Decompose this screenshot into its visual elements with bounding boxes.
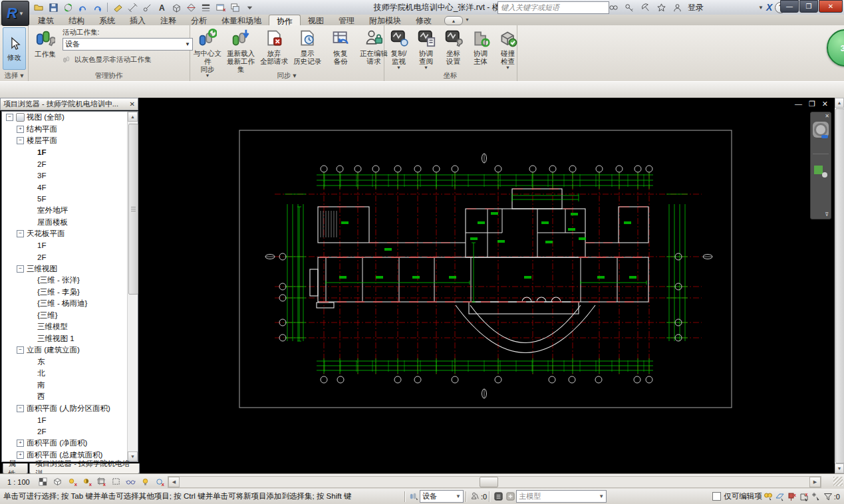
account-person-icon[interactable] xyxy=(670,1,684,13)
thin-lines-icon[interactable] xyxy=(199,1,212,13)
tree-item-{三维 - 李枭}[interactable]: {三维 - 李枭} xyxy=(2,287,138,299)
tree-item-结构平面[interactable]: +结构平面 xyxy=(2,124,138,136)
tree-item-东[interactable]: 东 xyxy=(2,356,138,368)
shadows-icon[interactable]: x xyxy=(80,475,94,488)
tab-体量和场地[interactable]: 体量和场地 xyxy=(214,15,269,25)
show-crop-region-icon[interactable] xyxy=(110,475,123,488)
relinquish-all-button[interactable]: 放弃 全部请求 xyxy=(257,27,291,72)
reload-latest-button[interactable]: 重新载入 最新工作集 xyxy=(224,27,257,72)
chevron-down-icon[interactable]: ▼ xyxy=(758,5,764,11)
communication-icon[interactable] xyxy=(638,1,652,13)
infocenter-search-input[interactable]: 键入关键字或短语 xyxy=(497,1,609,14)
tab-建筑[interactable]: 建筑 xyxy=(31,15,61,25)
expand-icon[interactable]: + xyxy=(17,126,24,133)
scrollbar-thumb[interactable] xyxy=(835,108,844,463)
close-icon[interactable]: ✕ xyxy=(130,100,135,108)
resize-grip[interactable] xyxy=(833,477,843,486)
restore-backup-button[interactable]: 恢复 备份 xyxy=(324,27,357,72)
scroll-up-icon[interactable]: ▲ xyxy=(128,112,138,122)
scrollbar-thumb[interactable] xyxy=(480,477,498,487)
crop-view-icon[interactable]: x xyxy=(95,475,108,488)
tree-item-北[interactable]: 北 xyxy=(2,368,138,380)
tree-item-天花板平面[interactable]: −天花板平面 xyxy=(2,228,138,240)
exchange-apps-icon[interactable]: X xyxy=(766,2,772,13)
release-worksets-icon[interactable]: x xyxy=(786,491,798,502)
aligned-dimension-icon[interactable] xyxy=(126,1,139,13)
tree-item-5F[interactable]: 5F xyxy=(2,193,138,205)
chevron-down-icon[interactable]: ⊽ xyxy=(825,211,829,217)
project-browser-title-bar[interactable]: 项目浏览器 - 技师学院机电培训中... ✕ xyxy=(0,98,138,110)
editable-items-filter-icon[interactable] xyxy=(774,491,786,502)
default-3d-view-icon[interactable] xyxy=(170,1,183,13)
undo-icon[interactable] xyxy=(76,1,89,13)
drawing-area[interactable]: — ❐ ✕ ✕ ⊽ ▲ ▼ xyxy=(140,98,844,473)
save-icon[interactable] xyxy=(47,1,60,13)
filter-icon[interactable] xyxy=(822,491,834,502)
sun-path-icon[interactable]: x xyxy=(66,475,79,488)
design-options-icon[interactable] xyxy=(492,491,504,502)
sign-in-button[interactable]: 登录 xyxy=(688,2,704,13)
measure-icon[interactable] xyxy=(111,1,124,13)
coordination-host-button[interactable]: 协调 主体 xyxy=(467,27,494,72)
application-menu-button[interactable]: R ▼ xyxy=(1,1,29,26)
editing-requests-icon[interactable] xyxy=(469,491,481,502)
search-icon[interactable] xyxy=(607,1,620,13)
tree-item-1F[interactable]: 1F xyxy=(2,147,138,159)
scale-button[interactable]: 1 : 100 xyxy=(3,477,35,487)
editable-only-toggle[interactable]: 仅可编辑项 xyxy=(712,491,762,501)
tree-item-2F[interactable]: 2F xyxy=(2,426,138,438)
switch-windows-icon[interactable] xyxy=(228,1,241,13)
synchronize-panel-label[interactable]: 同步 ▾ xyxy=(190,71,384,80)
collapse-icon[interactable]: − xyxy=(17,137,24,144)
select-panel-label[interactable]: 选择 ▾ xyxy=(0,71,28,80)
customize-qat-icon[interactable] xyxy=(243,1,256,13)
tree-item-立面 (建筑立面)[interactable]: −立面 (建筑立面) xyxy=(2,344,138,356)
tab-管理[interactable]: 管理 xyxy=(331,15,362,25)
tab-分析[interactable]: 分析 xyxy=(184,15,214,25)
chevron-down-icon[interactable]: ▼ xyxy=(465,17,470,25)
open-file-icon[interactable] xyxy=(32,1,45,13)
section-icon[interactable] xyxy=(184,1,198,13)
copy-monitor-button[interactable]: 复制/ 监视▼ xyxy=(385,27,412,72)
add-to-set-icon[interactable] xyxy=(504,491,516,502)
tree-item-西[interactable]: 西 xyxy=(2,391,138,403)
interference-check-button[interactable]: 碰撞 检查▼ xyxy=(494,27,521,72)
tab-系统[interactable]: 系统 xyxy=(92,15,122,25)
minimize-ribbon-button[interactable]: ▲ xyxy=(444,16,463,25)
tree-item-{三维}[interactable]: {三维} xyxy=(2,310,138,322)
tab-插入[interactable]: 插入 xyxy=(122,15,153,25)
select-toggle-icon[interactable] xyxy=(810,491,822,502)
tree-item-3F[interactable]: 3F xyxy=(2,170,138,182)
tab-修改[interactable]: 修改 xyxy=(408,15,439,25)
relinquish-icon[interactable]: x xyxy=(798,491,810,502)
reveal-hidden-icon[interactable] xyxy=(139,475,152,488)
floor-plan-drawing[interactable] xyxy=(140,98,835,473)
tab-附加模块[interactable]: 附加模块 xyxy=(362,15,408,25)
view-restore-button[interactable]: ❐ xyxy=(809,99,815,108)
tree-item-{三维 - 张洋}[interactable]: {三维 - 张洋} xyxy=(2,275,138,287)
tree-item-南[interactable]: 南 xyxy=(2,380,138,392)
vertical-scrollbar[interactable]: ▲ ▼ xyxy=(835,98,844,473)
view-minimize-button[interactable]: — xyxy=(795,99,802,108)
worksharing-display-icon[interactable]: x xyxy=(154,475,167,488)
tab-协作[interactable]: 协作 xyxy=(269,15,301,25)
panel-tab-项目浏览器 - 技师学院机电培训...[interactable]: 项目浏览器 - 技师学院机电培训... xyxy=(29,463,140,474)
visual-style-icon[interactable] xyxy=(51,475,65,488)
close-icon[interactable]: ✕ xyxy=(825,113,829,119)
tree-item-1F[interactable]: 1F xyxy=(2,240,138,252)
tag-icon[interactable] xyxy=(140,1,154,13)
modify-button[interactable]: 修改 xyxy=(3,27,26,70)
minimize-button[interactable]: — xyxy=(780,0,799,13)
scroll-down-icon[interactable]: ▼ xyxy=(835,463,844,473)
sync-with-central-icon[interactable] xyxy=(61,1,74,13)
editable-only-checkbox[interactable] xyxy=(712,492,721,501)
zoom-icon[interactable] xyxy=(814,164,827,178)
collapse-icon[interactable]: − xyxy=(17,265,24,273)
sync-central-button[interactable]: 与中心文件 同步▼ xyxy=(191,27,224,72)
scroll-right-icon[interactable]: ▶ xyxy=(809,477,821,487)
tree-item-室外地坪[interactable]: 室外地坪 xyxy=(2,205,138,217)
close-hidden-windows-icon[interactable]: x xyxy=(213,1,227,13)
tree-item-{三维 - 杨雨迪}[interactable]: {三维 - 杨雨迪} xyxy=(2,298,138,310)
tree-item-三维视图 1[interactable]: 三维视图 1 xyxy=(2,333,138,345)
text-icon[interactable]: A xyxy=(155,1,168,13)
